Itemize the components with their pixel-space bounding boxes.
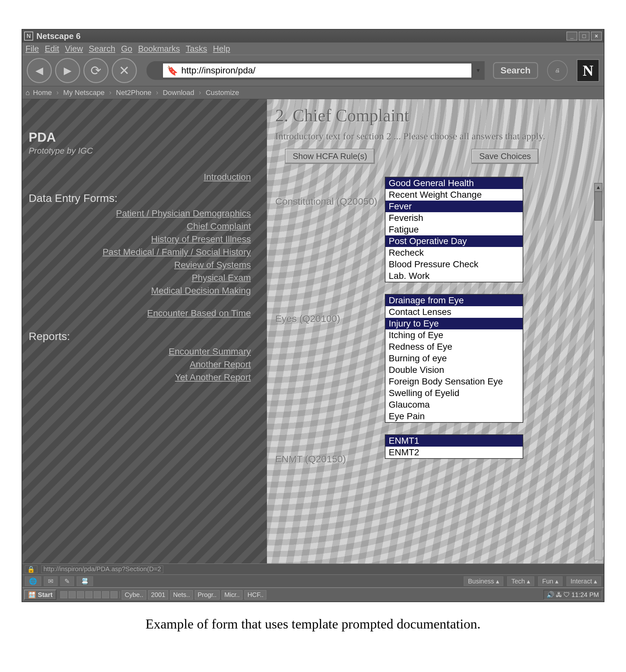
listbox-option[interactable]: Contact Lenses	[385, 306, 523, 318]
taskbar-button[interactable]: Nets..	[170, 590, 193, 600]
component-composer[interactable]: ✎	[60, 576, 74, 586]
listbox-option[interactable]: Feverish	[385, 212, 523, 224]
menu-tasks[interactable]: Tasks	[186, 44, 207, 54]
taskbar-button[interactable]: HCF..	[244, 590, 266, 600]
show-hcfa-button[interactable]: Show HCFA Rule(s)	[285, 149, 375, 164]
sidebar-link-encounter-summary[interactable]: Encounter Summary	[169, 346, 251, 357]
url-input[interactable]: 🔖 http://inspiron/pda/	[163, 63, 472, 78]
sidebar-link-introduction[interactable]: Introduction	[204, 172, 251, 182]
menu-go[interactable]: Go	[121, 44, 133, 54]
url-dropdown-icon[interactable]: ▼	[472, 68, 485, 73]
listbox-option[interactable]: Blood Pressure Check	[385, 259, 523, 270]
listbox-option[interactable]: Double Vision	[385, 364, 523, 376]
tab-business[interactable]: Business ▴	[464, 576, 503, 586]
forward-button[interactable]: ►	[55, 58, 80, 83]
status-url: http://inspiron/pda/PDA.asp?Section(D=2	[41, 566, 163, 573]
component-mail[interactable]: ✉	[44, 576, 58, 586]
pt-net2phone[interactable]: Net2Phone	[116, 89, 151, 97]
ql-icon[interactable]	[60, 591, 67, 598]
app-title: PDA	[29, 130, 261, 145]
scroll-up-icon[interactable]: ▲	[595, 183, 602, 192]
menu-search[interactable]: Search	[89, 44, 115, 54]
sidebar-link-demographics[interactable]: Patient / Physician Demographics	[116, 208, 251, 219]
menu-view[interactable]: View	[65, 44, 83, 54]
save-choices-button[interactable]: Save Choices	[472, 149, 538, 164]
tab-interact[interactable]: Interact ▴	[567, 576, 601, 586]
sidebar-link-past-medical[interactable]: Past Medical / Family / Social History	[102, 247, 251, 257]
listbox-option[interactable]: Recheck	[385, 247, 523, 259]
nav-toolbar: ◄ ► ⟳ ✕ 🔖 http://inspiron/pda/ ▼ Search …	[22, 55, 604, 86]
listbox-option[interactable]: Eye Pain	[385, 411, 523, 422]
pt-mynetscape[interactable]: My Netscape	[63, 89, 104, 97]
ql-icon[interactable]	[102, 591, 109, 598]
print-button[interactable]: 🖨	[547, 60, 568, 81]
menu-file[interactable]: File	[25, 44, 39, 54]
menu-help[interactable]: Help	[213, 44, 230, 54]
ql-icon[interactable]	[111, 591, 118, 598]
listbox-option[interactable]: Redness of Eye	[385, 341, 523, 353]
listbox-option[interactable]: ENMT2	[385, 447, 523, 458]
sidebar-link-physical-exam[interactable]: Physical Exam	[192, 273, 251, 283]
taskbar-button[interactable]: Progr..	[195, 590, 220, 600]
vertical-scrollbar[interactable]: ▲	[594, 183, 602, 560]
pt-download[interactable]: Download	[163, 89, 194, 97]
sidebar-link-medical-decision[interactable]: Medical Decision Making	[151, 286, 251, 296]
figure-caption: Example of form that uses template promp…	[146, 616, 480, 632]
reports-link-list: Encounter Summary Another Report Yet Ano…	[29, 346, 261, 383]
listbox-option[interactable]: Burning of eye	[385, 353, 523, 364]
page-intro-text: Introductory text for section 2 ... Plea…	[275, 131, 584, 142]
listbox-option[interactable]: Fever	[385, 200, 523, 212]
component-address[interactable]: 📇	[77, 576, 93, 586]
answer-listbox[interactable]: Good General HealthRecent Weight ChangeF…	[385, 177, 523, 282]
sidebar-link-another-report[interactable]: Another Report	[190, 359, 251, 370]
pt-home[interactable]: ⌂Home	[25, 89, 52, 97]
search-button[interactable]: Search	[493, 62, 538, 79]
tray-icon[interactable]: 🖧	[556, 591, 562, 599]
back-button[interactable]: ◄	[27, 58, 52, 83]
pt-customize[interactable]: Customize	[206, 89, 239, 97]
sidebar-link-review-systems[interactable]: Review of Systems	[174, 260, 251, 270]
ql-icon[interactable]	[77, 591, 84, 598]
scroll-thumb[interactable]	[595, 192, 602, 221]
sidebar-link-yet-another-report[interactable]: Yet Another Report	[175, 372, 251, 383]
listbox-option[interactable]: Fatigue	[385, 224, 523, 235]
listbox-option[interactable]: Glaucoma	[385, 399, 523, 411]
tray-icon[interactable]: 🔊	[547, 591, 555, 599]
taskbar-button[interactable]: Micr..	[221, 590, 243, 600]
listbox-option[interactable]: Lab. Work	[385, 270, 523, 282]
listbox-option[interactable]: Foreign Body Sensation Eye	[385, 376, 523, 387]
personal-toolbar: ⌂Home › My Netscape › Net2Phone › Downlo…	[22, 86, 604, 99]
listbox-option[interactable]: Post Operative Day	[385, 235, 523, 247]
ql-icon[interactable]	[85, 591, 92, 598]
answer-listbox[interactable]: Drainage from EyeContact LensesInjury to…	[385, 294, 523, 423]
tray-clock: 11:24 PM	[571, 591, 599, 599]
tray-icon[interactable]: 🛡	[563, 591, 570, 599]
listbox-option[interactable]: Itching of Eye	[385, 329, 523, 341]
taskbar-button[interactable]: 2001	[148, 590, 168, 600]
stop-button[interactable]: ✕	[112, 58, 137, 83]
listbox-option[interactable]: Swelling of Eyelid	[385, 387, 523, 399]
sidebar-link-history-present[interactable]: History of Present Illness	[151, 234, 251, 244]
taskbar-button[interactable]: Cybe..	[122, 590, 146, 600]
listbox-option[interactable]: Injury to Eye	[385, 318, 523, 329]
tab-fun[interactable]: Fun ▴	[538, 576, 562, 586]
ql-icon[interactable]	[94, 591, 101, 598]
maximize-button[interactable]: □	[579, 31, 589, 41]
listbox-option[interactable]: Good General Health	[385, 177, 523, 189]
component-navigator[interactable]: 🌐	[25, 576, 41, 586]
answer-listbox[interactable]: ENMT1ENMT2	[385, 434, 523, 459]
sidebar-link-encounter-time[interactable]: Encounter Based on Time	[147, 308, 251, 318]
listbox-option[interactable]: Drainage from Eye	[385, 295, 523, 306]
quick-launch	[58, 591, 120, 598]
menu-edit[interactable]: Edit	[45, 44, 59, 54]
tab-tech[interactable]: Tech ▴	[507, 576, 534, 586]
close-button[interactable]: ×	[591, 31, 602, 41]
listbox-option[interactable]: ENMT1	[385, 435, 523, 447]
menu-bookmarks[interactable]: Bookmarks	[138, 44, 180, 54]
reload-button[interactable]: ⟳	[83, 58, 109, 83]
minimize-button[interactable]: _	[567, 31, 577, 41]
listbox-option[interactable]: Recent Weight Change	[385, 189, 523, 200]
sidebar-link-chief-complaint[interactable]: Chief Complaint	[187, 221, 251, 232]
ql-icon[interactable]	[69, 591, 76, 598]
start-button[interactable]: 🪟 Start	[24, 590, 56, 600]
